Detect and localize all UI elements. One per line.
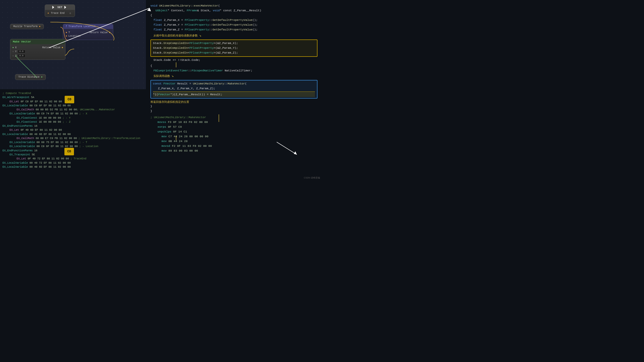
func-paren: ( [218, 4, 220, 7]
node-transform-header: f Transform Location [63, 24, 113, 29]
pin-return-right: Return Value ● [90, 31, 110, 34]
make-vector-label: Make Vector [13, 40, 31, 43]
code-float-x: float Z_Param_X = FFloatProperty::GetDef… [150, 18, 317, 23]
node-set-label: SET [57, 6, 62, 9]
watermark: CSDN @峰度偏 [304, 176, 320, 179]
code-stack-code: Stack.Code += !!Stack.Code; [150, 58, 317, 63]
node-transform-location[interactable]: f Transform Location ● T Return Value ● … [63, 24, 113, 40]
asm-kw-lv3: EX_LocalVariable [3, 133, 29, 136]
asm-kw-efp2: EX_EndFunctionParms [3, 149, 34, 152]
mv-pin-z-left: ○ Z 0.0 [12, 54, 25, 58]
stack3: Stack.StepCompiledIn<FFloatProperty>(&Z_… [153, 51, 315, 55]
asm-hex-fc1: 1E 00 00 00 00 [39, 116, 61, 119]
asm-kw-tp: EX_Tracepoint [10, 153, 32, 156]
code-float-z: float Z_Param_Z = FFloatProperty::GetDef… [150, 27, 317, 32]
asm-kw-lv5: EX_LocalVariable [10, 145, 36, 148]
trace-end-pin-dot: ● [48, 12, 49, 15]
asm-cmt-let3: ; TraceEnd [69, 157, 86, 160]
mv-z-value[interactable]: 0.0 [18, 54, 25, 58]
asm-hex-lv1: 00 C0 6F EF 88 11 02 00 00 [29, 104, 71, 107]
asm-cmt-cm1: ; UKismetMa...MakeVector [77, 108, 115, 111]
asm-line-tp: EX_Tracepoint 5E [3, 153, 146, 157]
mv-return-right: Return Value ● [42, 46, 63, 49]
asm-kw-1: EX_WireTracepoint [3, 96, 31, 99]
result-args: Z_Param_X, Z_Param_Y, Z_Param_Z); [153, 86, 315, 91]
asm-hex-lv5: 00 C0 6F EF 88 11 02 00 00 [36, 145, 78, 148]
asm-line-lv2: EX_LocalVariable 00 C0 74 EF 88 11 02 00… [3, 112, 146, 116]
arg-uobject: UObject [155, 9, 168, 12]
asm-line-lv3: EX_LocalVariable 00 40 6D EF 88 11 02 00… [3, 132, 146, 136]
asm-r7: mov 89 83 00 03 00 00 [150, 149, 317, 153]
annotation-1-arrow: ↘ [199, 33, 201, 38]
asm-cmt-fc2: ; - Z [61, 120, 70, 123]
asm-hex-efp1: 16 [34, 124, 37, 127]
asm-r5: mov 8B 44 24 28 [150, 139, 317, 144]
code-panel: void UKismetMathLibrary::execMakeVector(… [146, 0, 322, 181]
asm-cmt-lv4: ; - T [78, 141, 87, 144]
asm-hex-1: 5A [31, 96, 34, 99]
result-line: const FVector Result = UKismetMathLibrar… [153, 81, 315, 86]
node-transform-body: ● T Return Value ● ● Location [63, 29, 113, 40]
asm-hex-let2: 0F 40 6D EF 88 11 02 00 00 [21, 128, 62, 131]
asm-hex-lv2: 00 C0 74 EF 88 11 02 00 00 [36, 112, 78, 115]
asm-hex-lv7: 00 40 6D EF 88 11 02 00 00 [29, 165, 71, 168]
circle-out: ◎ [69, 12, 71, 15]
asm-kw-cm1: EX_CallMath [17, 108, 36, 111]
asm-kw-lv4: EX_LocalVariable [10, 141, 36, 144]
fn-icon: f [66, 25, 67, 28]
annotation-2-container: 实际调用函数 ↘ [150, 73, 317, 79]
trace-dist-label: Trace Distance [18, 76, 39, 78]
asm-panel: ; Compute TraceEnd EX_WireTracepoint 5A … [0, 89, 148, 181]
asm-line-fc2: EX_FloatConst 1E 00 00 00 00 ; - Z [3, 120, 146, 124]
asm-section: ; UKismetMathLibrary::MakeVector movss F… [150, 115, 317, 153]
annotation-2-text: 实际调用函数 [153, 74, 170, 78]
transform-label: Transform Location [68, 25, 96, 28]
asm-line-lv6: EX_LocalVariable 00 40 72 EF 88 11 02 00… [3, 161, 146, 165]
code-timer: FBlueprintEventTimer::FScopedNativeTimer… [150, 68, 317, 73]
asm-line-lv5: EX_LocalVariable 00 C0 6F EF 88 11 02 00… [3, 144, 146, 148]
asm-hex-fc2: 1E 00 00 00 00 [39, 120, 61, 123]
mv-pin-x-row: ● X Return Value ● [12, 46, 63, 49]
pin-t-label: T [68, 31, 70, 34]
asm-hex-let3: 0F 40 72 EF 88 11 02 00 00 [28, 157, 69, 160]
asm-kw-let2: EX_Let [10, 128, 21, 131]
asm-cmt-fc1: ; - Y [61, 116, 70, 119]
arg-rest: * const Z_Param__Result) [220, 9, 261, 12]
asm-line-let2: EX_Let 0F 40 6D EF 88 11 02 00 00 [3, 128, 146, 132]
annotation-1-text: 从栈中取出虚拟机传递给函数的参数 [153, 33, 198, 38]
trace-dist-pin: ● [41, 76, 43, 78]
node-trace-distance[interactable]: Trace Distance ● [15, 74, 46, 80]
code-close2: } [150, 109, 317, 114]
mv-y-value[interactable]: 0.0 [18, 50, 25, 53]
asm-kw-lv7: EX_LocalVariable [3, 165, 29, 168]
asm-line-let3: EX_Let 0F 40 72 EF 88 11 02 00 00 ; Trac… [3, 157, 146, 161]
func-exec: execMakeVector [194, 4, 218, 7]
node-make-vector-header: Make Vector [10, 39, 65, 44]
arg-star: * Context, [168, 9, 187, 12]
node-make-vector[interactable]: Make Vector ● X Return Value ● ○ Y 0.0 [10, 39, 65, 60]
asm-line-fc1: EX_FloatConst 1E 00 00 00 00 ; - Y [3, 116, 146, 120]
asm-r3: unpcklps 0F 14 C1 [150, 129, 317, 134]
asm-line-efp1: EX_EndFunctionParms 16 [3, 124, 146, 128]
node-muzzle-transform[interactable]: Muzzle Transform ● [10, 24, 44, 29]
asm-line-cm2: EX_CallMath 68 00 E7 C9 FB 11 02 00 00 ;… [3, 136, 146, 140]
mv-z-dot-out: ○ [12, 55, 14, 57]
node-make-vector-body: ● X Return Value ● ○ Y 0.0 ○ Z [10, 44, 65, 60]
node-set[interactable]: SET ● Trace End ◎ [45, 5, 75, 17]
co-badge-1: CO [65, 96, 74, 103]
annotation-3-container: 将返回值存到虚拟机指定的位置 [150, 100, 317, 104]
asm-kw-lv1: EX_LocalVariable [3, 104, 29, 107]
mv-pin-x-left: ● X [12, 46, 17, 49]
mv-return-dot: ● [62, 46, 63, 49]
asm-comment-compute: ; Compute TraceEnd [3, 91, 146, 95]
annotation-3-text: 将返回值存到虚拟机指定的位置 [150, 100, 189, 104]
asm-cmt-lv5: ; - Location [78, 145, 98, 148]
mv-return-label: Return Value [42, 46, 60, 49]
mv-pin-y-row: ○ Y 0.0 [12, 50, 63, 53]
asm-r6: movsd F2 0F 11 83 F8 02 00 00 [150, 144, 317, 149]
asm-hex-cm2: 68 00 E7 C9 FB 11 02 00 00 [36, 137, 77, 140]
pin-loc-dot: ● [66, 35, 67, 37]
asm-kw-cm2: EX_CallMath [17, 137, 36, 140]
code-brace1: { [150, 13, 317, 18]
exec-pin-in [52, 6, 55, 9]
